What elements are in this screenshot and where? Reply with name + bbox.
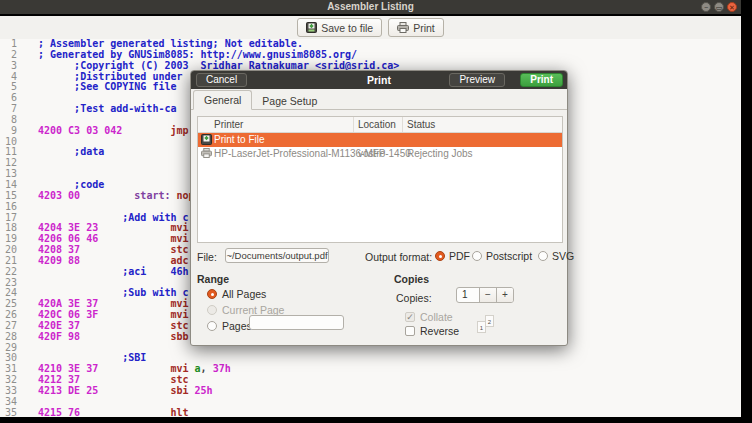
- print-dialog-header: Cancel Print Preview Print: [191, 71, 567, 89]
- printer-location: vostro-1450: [358, 148, 411, 159]
- copies-decrement-button[interactable]: −: [479, 288, 496, 302]
- column-printer[interactable]: Printer: [214, 119, 243, 130]
- print-toolbar-label: Print: [413, 22, 435, 34]
- printer-rows: Print to FileHP-LaserJet-Professional-M1…: [198, 133, 562, 161]
- line-number: 22: [0, 267, 17, 278]
- print-to-file-icon: [201, 134, 212, 147]
- file-label: File:: [197, 251, 217, 263]
- code-line: 334213 DE 25 sbi 25h: [0, 386, 741, 397]
- range-option-pages[interactable]: Pages:: [207, 320, 255, 332]
- pages-input[interactable]: [249, 315, 344, 330]
- window-title: Assembler Listing: [0, 1, 741, 12]
- reverse-option: Reverse: [405, 325, 459, 337]
- format-option-svg[interactable]: SVG: [538, 250, 574, 262]
- radio-icon[interactable]: [207, 305, 217, 315]
- printer-icon: [397, 22, 409, 33]
- file-row: File: ~/Documents/output.pdf Output form…: [197, 248, 561, 264]
- print-dialog: Cancel Print Preview Print General Page …: [190, 70, 568, 346]
- radio-icon[interactable]: [207, 321, 217, 331]
- save-icon: [306, 22, 317, 33]
- range-option-label: All Pages: [222, 288, 266, 300]
- code-line: 354215 76 hlt: [0, 408, 741, 417]
- copies-spinbox: 1 − +: [456, 287, 514, 303]
- column-status[interactable]: Status: [407, 119, 435, 130]
- radio-icon[interactable]: [435, 251, 445, 261]
- collate-page-2: 2: [485, 315, 494, 327]
- collate-label: Collate: [420, 311, 453, 323]
- toolbar: Save to file Print: [0, 16, 741, 39]
- printer-icon: [201, 148, 212, 160]
- dialog-tabbar: General Page Setup: [191, 89, 567, 110]
- collate-page-1: 1: [477, 321, 486, 333]
- line-number: 9: [0, 126, 17, 137]
- print-dialog-title: Print: [191, 74, 567, 86]
- format-option-postscript[interactable]: Postscript: [472, 250, 532, 262]
- save-to-file-button[interactable]: Save to file: [297, 18, 382, 37]
- radio-icon[interactable]: [207, 289, 217, 299]
- copies-increment-button[interactable]: +: [496, 288, 513, 302]
- format-label: SVG: [552, 250, 574, 262]
- maximize-icon[interactable]: ▭: [714, 2, 724, 12]
- column-separator: [353, 117, 354, 132]
- copies-label: Copies:: [396, 292, 432, 304]
- copies-header: Copies: [394, 273, 429, 285]
- output-format-label: Output format:: [365, 251, 432, 263]
- printer-name: Print to File: [214, 134, 265, 145]
- radio-icon[interactable]: [538, 251, 548, 261]
- copies-value[interactable]: 1: [457, 288, 479, 302]
- tab-page-setup[interactable]: Page Setup: [252, 92, 327, 110]
- save-to-file-label: Save to file: [321, 22, 373, 34]
- tab-general[interactable]: General: [193, 90, 252, 110]
- line-number: 35: [0, 408, 17, 417]
- format-label: PDF: [449, 250, 470, 262]
- print-button[interactable]: Print: [520, 73, 563, 87]
- printer-list[interactable]: Printer Location Status Print to FileHP-…: [197, 116, 563, 243]
- minimize-icon[interactable]: −: [701, 2, 711, 12]
- column-separator: [402, 117, 403, 132]
- close-icon[interactable]: ✕: [727, 2, 737, 12]
- collate-option: ✓ Collate: [405, 311, 453, 323]
- printer-row[interactable]: HP-LaserJet-Professional-M1136-MFPvostro…: [198, 147, 562, 161]
- printer-status: Rejecting Jobs: [407, 148, 473, 159]
- file-chooser-button[interactable]: ~/Documents/output.pdf: [225, 248, 329, 263]
- print-toolbar-button[interactable]: Print: [388, 18, 444, 37]
- line-number: 16: [0, 202, 17, 213]
- window-controls: − ▭ ✕: [701, 2, 737, 12]
- preview-button[interactable]: Preview: [449, 73, 505, 87]
- radio-icon[interactable]: [472, 251, 482, 261]
- range-header: Range: [197, 273, 229, 285]
- printer-list-header: Printer Location Status: [198, 117, 562, 133]
- printer-row[interactable]: Print to File: [198, 133, 562, 147]
- screen: Assembler Listing − ▭ ✕ Save to file Pri…: [0, 0, 752, 423]
- format-label: Postscript: [486, 250, 532, 262]
- reverse-label: Reverse: [420, 325, 459, 337]
- reverse-checkbox[interactable]: [405, 326, 415, 336]
- line-number: 28: [0, 332, 17, 343]
- collate-preview-icon: 2 1: [477, 315, 497, 335]
- column-location[interactable]: Location: [358, 119, 396, 130]
- line-number: 3: [0, 61, 17, 72]
- range-option-all-pages[interactable]: All Pages: [207, 288, 266, 300]
- titlebar[interactable]: Assembler Listing − ▭ ✕: [0, 0, 741, 14]
- format-option-pdf[interactable]: PDF: [435, 250, 470, 262]
- collate-checkbox[interactable]: ✓: [405, 312, 415, 322]
